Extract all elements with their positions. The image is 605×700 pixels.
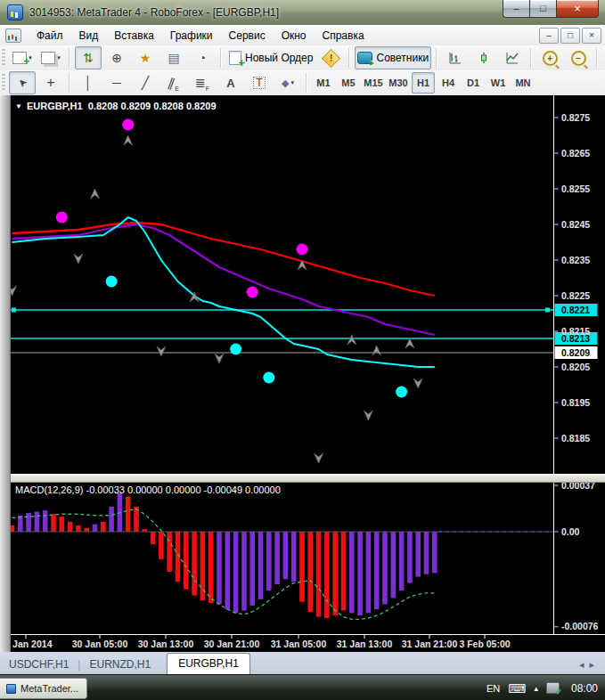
trendline-tool-button[interactable]: ╱ <box>132 71 159 94</box>
mdi-restore-button[interactable]: □ <box>560 28 580 44</box>
toolbar-separator <box>596 48 598 68</box>
tray-clock[interactable]: 08:00 <box>571 682 598 695</box>
magenta-dot-marker <box>247 287 258 298</box>
menu-help[interactable]: Справка <box>315 27 372 45</box>
macd-histogram-bar <box>84 528 89 532</box>
macd-indicator-label: MACD(12,26,9) -0.00033 0.00000 0.00000 -… <box>15 484 281 495</box>
network-status-icon[interactable] <box>546 682 560 694</box>
shapes-icon: ◆ <box>282 78 289 88</box>
tabs-scroll-left-icon[interactable]: ◂ <box>579 659 590 670</box>
zoom-in-button[interactable]: + <box>536 46 563 69</box>
market-watch-button[interactable]: ⇅ <box>75 46 102 69</box>
channel-tool-button[interactable]: ∥E <box>160 71 187 94</box>
data-window-button[interactable]: ⊕ <box>103 46 130 69</box>
macd-histogram-bar <box>225 532 231 609</box>
horizontal-line-tool-button[interactable]: ─ <box>103 71 130 94</box>
magenta-dot-marker <box>56 212 68 224</box>
timeframe-mn[interactable]: MN <box>511 72 535 94</box>
timeframe-w1[interactable]: W1 <box>486 72 510 94</box>
shapes-tool-button[interactable]: ◆▾ <box>274 71 301 94</box>
expert-advisors-button[interactable]: Советники <box>355 46 431 69</box>
macd-histogram-bar <box>283 532 289 579</box>
toolbar-grip[interactable] <box>2 74 5 92</box>
cursor-tool-button[interactable]: ➤ <box>9 71 36 94</box>
menu-window[interactable]: Окно <box>274 27 315 45</box>
profiles-button[interactable]: ▾ <box>37 46 64 69</box>
strategy-tester-button[interactable]: ◔ <box>189 46 216 69</box>
new-chart-button[interactable]: + ▾ <box>9 46 36 69</box>
bar-chart-mode-button[interactable] <box>442 46 469 69</box>
expert-properties-button[interactable]: ! <box>317 46 344 69</box>
navigator-button[interactable]: ★ <box>132 46 159 69</box>
new-order-button[interactable]: + Новый Ордер <box>226 46 315 69</box>
fibonacci-tool-button[interactable]: ≣F <box>189 71 216 94</box>
menu-file[interactable]: Файл <box>29 27 71 45</box>
macd-histogram-bar <box>51 514 56 532</box>
drawing-toolbar: ➤ + │ ─ ╱ ∥E ≣F A T ◆▾ M1 M5 M15 M30 H1 … <box>0 70 605 96</box>
label-tool-button[interactable]: T <box>246 71 273 94</box>
fibonacci-icon: ≣ <box>195 77 206 89</box>
time-axis-label: 31 Jan 05:00 <box>271 639 327 649</box>
zoom-out-button[interactable]: − <box>565 46 592 69</box>
timeframe-h4[interactable]: H4 <box>437 72 460 94</box>
chart-left-scrollbar[interactable] <box>0 95 11 652</box>
show-hidden-icons[interactable]: ▴ <box>534 684 538 693</box>
time-axis-label: 31 Jan 21:00 <box>402 639 458 649</box>
macd-histogram-bar <box>167 532 172 572</box>
price-axis-label: 0.8255 <box>561 183 590 194</box>
macd-histogram-bar <box>357 532 363 615</box>
tab-eurgbp-active[interactable]: EURGBP,H1 <box>167 653 250 675</box>
text-tool-button[interactable]: A <box>217 71 244 94</box>
tab-eurnzd[interactable]: EURNZD,H1 <box>80 655 159 675</box>
macd-histogram-bar <box>35 512 40 532</box>
keyboard-icon[interactable]: ⌨ <box>508 682 526 695</box>
terminal-button[interactable]: ▤ <box>160 46 187 69</box>
maximize-button[interactable]: □ <box>529 0 557 18</box>
toolbar-grip[interactable] <box>2 49 5 67</box>
mdi-restore-icon: □ <box>568 31 573 40</box>
macd-histogram-bar <box>399 532 405 590</box>
cyan-dot-marker <box>396 387 407 398</box>
macd-histogram-bar <box>159 532 164 559</box>
timeframe-m30[interactable]: M30 <box>387 72 410 94</box>
trendline-icon: ╱ <box>142 77 149 89</box>
timeframe-d1[interactable]: D1 <box>462 72 485 94</box>
macd-histogram-bar <box>60 517 65 532</box>
macd-histogram-bar <box>349 532 355 613</box>
candlestick-mode-button[interactable] <box>470 46 497 69</box>
time-axis-label: 30 Jan 13:00 <box>138 639 194 649</box>
vertical-line-tool-button[interactable]: │ <box>75 71 102 94</box>
line-chart-mode-button[interactable] <box>499 46 526 69</box>
standard-toolbar: + ▾ ▾ ⇅ ⊕ ★ ▤ ◔ + Новый Ордер ! Советник… <box>0 45 605 71</box>
timeframe-m15[interactable]: M15 <box>362 72 385 94</box>
crosshair-tool-button[interactable]: + <box>37 71 64 94</box>
menu-insert[interactable]: Вставка <box>106 27 162 45</box>
collapse-triangle-icon[interactable]: ▼ <box>15 102 22 110</box>
timeframe-h1[interactable]: H1 <box>412 72 435 94</box>
language-indicator[interactable]: EN <box>486 683 500 694</box>
taskbar-metatrader-button[interactable]: MetaTrader... <box>0 678 87 699</box>
pane-divider[interactable] <box>0 474 605 483</box>
minimize-button[interactable]: – <box>503 0 530 18</box>
bar-chart-icon <box>449 52 462 64</box>
tester-clock-icon: ◔ <box>199 52 206 64</box>
line-chart-icon <box>506 52 519 64</box>
tabs-scroll-right-icon[interactable]: ▸ <box>589 659 600 670</box>
mdi-minimize-button[interactable]: – <box>539 28 559 44</box>
macd-histogram-bar <box>26 513 31 532</box>
timeframe-m1[interactable]: M1 <box>312 72 335 94</box>
timeframe-m5[interactable]: M5 <box>337 72 360 94</box>
time-axis-label: 31 Jan 13:00 <box>337 639 393 649</box>
toolbar-separator <box>69 73 70 93</box>
price-axis-label: 0.8195 <box>561 397 590 408</box>
macd-histogram-bar <box>208 532 214 603</box>
close-button[interactable]: × <box>556 0 599 18</box>
menu-service[interactable]: Сервис <box>221 27 274 45</box>
macd-histogram-bar <box>192 532 197 596</box>
new-order-label: Новый Ордер <box>245 52 313 64</box>
menu-view[interactable]: Вид <box>71 27 107 45</box>
mdi-close-button[interactable]: × <box>582 28 601 44</box>
chart-mdi-icon[interactable] <box>5 28 21 43</box>
menu-charts[interactable]: Графики <box>162 27 221 45</box>
tab-usdchf[interactable]: USDCHF,H1 <box>0 655 78 675</box>
